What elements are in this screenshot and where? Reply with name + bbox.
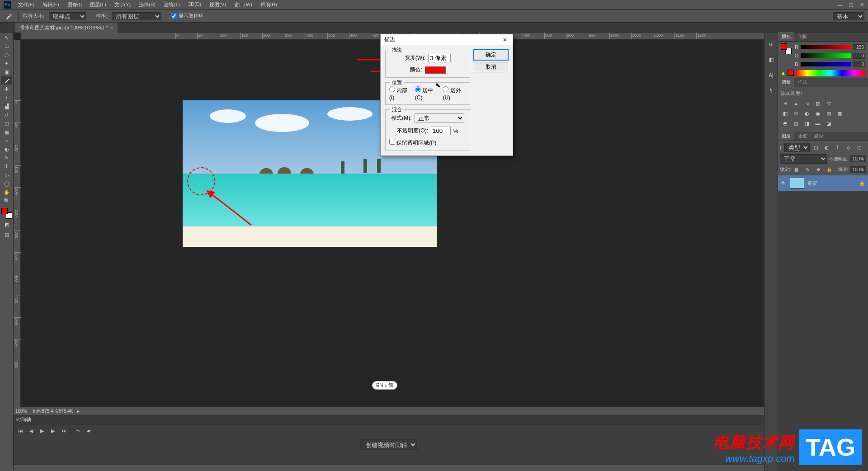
- quickmask-mode[interactable]: ◩: [1, 221, 12, 229]
- menu-3d[interactable]: 3D(D): [185, 0, 204, 9]
- photo-filter-icon[interactable]: ◉: [813, 109, 822, 118]
- filter-smart-icon[interactable]: ◫: [855, 144, 864, 152]
- menu-image[interactable]: 图像(I): [65, 0, 85, 9]
- mode-select[interactable]: 正常: [415, 113, 464, 123]
- balance-icon[interactable]: ⚖: [792, 109, 801, 118]
- tl-prev[interactable]: ◀: [27, 427, 35, 434]
- ok-button[interactable]: 确定: [474, 50, 508, 60]
- brightness-icon[interactable]: ☀: [781, 99, 790, 108]
- eyedropper-tool[interactable]: [1, 76, 12, 85]
- pos-inside[interactable]: 内部(I): [389, 86, 410, 101]
- lock-pos-icon[interactable]: ✥: [814, 165, 823, 174]
- layer-lock-icon[interactable]: 🔒: [859, 180, 865, 186]
- timeline-tab[interactable]: 时间轴: [14, 415, 764, 424]
- tab-swatches[interactable]: 色板: [794, 32, 811, 41]
- visibility-icon[interactable]: 👁: [781, 180, 787, 186]
- filter-adj-icon[interactable]: ◐: [822, 144, 831, 152]
- show-ring-checkbox[interactable]: [171, 13, 177, 19]
- blur-tool[interactable]: ○: [1, 137, 12, 145]
- lookup-icon[interactable]: ▦: [835, 109, 844, 118]
- opacity-value[interactable]: 100%: [850, 155, 866, 162]
- selective-icon[interactable]: ◪: [824, 119, 833, 127]
- hue-icon[interactable]: ◧: [781, 109, 790, 118]
- sample-select[interactable]: 所有图层: [112, 12, 161, 20]
- g-value[interactable]: 0: [853, 53, 865, 59]
- menu-window[interactable]: 窗口(W): [231, 0, 255, 9]
- tl-first[interactable]: ⏮: [16, 427, 24, 434]
- menu-type[interactable]: 文字(Y): [112, 0, 134, 9]
- tab-styles[interactable]: 样式: [794, 78, 811, 87]
- vibrance-icon[interactable]: ▽: [824, 99, 833, 108]
- tl-transition[interactable]: ▰: [85, 427, 93, 434]
- tab-paths[interactable]: 路径: [811, 132, 827, 141]
- tab-color[interactable]: 颜色: [778, 32, 794, 41]
- shape-tool[interactable]: ◯: [1, 179, 12, 188]
- menu-file[interactable]: 文件(F): [15, 0, 37, 9]
- path-select-tool[interactable]: ▷: [1, 171, 12, 179]
- tl-next[interactable]: ▶: [49, 427, 57, 434]
- crop-tool[interactable]: ▣: [1, 68, 12, 76]
- menu-help[interactable]: 帮助(H): [258, 0, 280, 9]
- move-tool[interactable]: ↖: [1, 33, 12, 42]
- menu-edit[interactable]: 编辑(E): [40, 0, 62, 9]
- lock-all-icon[interactable]: 🔒: [825, 165, 834, 174]
- threshold-icon[interactable]: ◨: [802, 119, 811, 127]
- menu-select[interactable]: 选择(S): [136, 0, 158, 9]
- marquee-tool[interactable]: ▭: [1, 42, 12, 50]
- tl-cut[interactable]: ✂: [74, 427, 82, 434]
- pos-center[interactable]: 居中(C): [415, 86, 439, 101]
- show-sampling-ring[interactable]: 显示取样环: [171, 13, 203, 19]
- screenmode[interactable]: ▤: [1, 231, 12, 239]
- minimize-button[interactable]: —: [835, 1, 844, 9]
- dialog-titlebar[interactable]: 描边 ✕: [381, 34, 513, 45]
- blend-mode[interactable]: 正常: [780, 154, 827, 164]
- type-tool[interactable]: T: [1, 162, 12, 170]
- gradient-tool[interactable]: ▦: [1, 128, 12, 136]
- gradient-map-icon[interactable]: ▬: [813, 119, 822, 127]
- workspace-select[interactable]: 基本功能: [833, 12, 864, 20]
- levels-icon[interactable]: ▲: [792, 99, 801, 108]
- healing-tool[interactable]: ✚: [1, 85, 12, 93]
- filter-img-icon[interactable]: ▢: [811, 144, 821, 152]
- history-icon[interactable]: ⟳: [767, 40, 776, 49]
- mixer-icon[interactable]: ▤: [824, 109, 833, 118]
- b-slider[interactable]: [801, 62, 851, 66]
- filter-shape-icon[interactable]: ◇: [844, 144, 853, 152]
- filter-type-icon[interactable]: T: [833, 144, 842, 152]
- opacity-input[interactable]: [431, 127, 451, 135]
- preserve-transparency[interactable]: 保留透明区域(P): [389, 139, 436, 147]
- g-slider[interactable]: [801, 53, 851, 58]
- sample-size-select[interactable]: 取样点: [49, 12, 86, 20]
- menu-layer[interactable]: 图层(L): [87, 0, 108, 9]
- character-icon[interactable]: A|: [767, 71, 776, 80]
- foreground-color-swatch[interactable]: [1, 208, 8, 214]
- doc-tab-close[interactable]: ×: [110, 25, 113, 30]
- tl-play[interactable]: ▶: [38, 427, 46, 434]
- timeline-create[interactable]: 创建视频时间轴: [361, 439, 417, 450]
- properties-icon[interactable]: ◧: [767, 55, 776, 64]
- bw-icon[interactable]: ◐: [802, 109, 811, 118]
- b-value[interactable]: 0: [853, 61, 865, 67]
- dodge-tool[interactable]: ◐: [1, 145, 12, 153]
- color-swatches[interactable]: [1, 208, 12, 219]
- fg-swatch[interactable]: [781, 43, 787, 50]
- document-tab[interactable]: 带水印图片素材.jpg @ 100%(RGB/8#) * ×: [15, 23, 118, 33]
- invert-icon[interactable]: ◓: [781, 119, 790, 127]
- pen-tool[interactable]: ✎: [1, 154, 12, 162]
- curves-icon[interactable]: ∿: [802, 99, 811, 108]
- layer-name[interactable]: 背景: [807, 180, 817, 187]
- r-slider[interactable]: [801, 45, 851, 49]
- cancel-button[interactable]: 取消: [474, 62, 508, 72]
- width-input[interactable]: [428, 54, 451, 62]
- maximize-button[interactable]: ▢: [846, 1, 855, 9]
- layer-row[interactable]: 👁 背景 🔒: [778, 175, 868, 191]
- close-button[interactable]: ✕: [857, 1, 866, 9]
- lasso-tool[interactable]: ◌: [1, 51, 12, 59]
- posterize-icon[interactable]: ▥: [792, 119, 801, 127]
- tab-adjust[interactable]: 调整: [778, 78, 794, 87]
- paragraph-icon[interactable]: ¶: [767, 86, 776, 95]
- tl-last[interactable]: ⏭: [60, 427, 68, 434]
- ime-indicator[interactable]: EN ♪ 简: [372, 381, 397, 390]
- r-value[interactable]: 255: [853, 44, 865, 50]
- zoom-tool[interactable]: 🔍: [1, 197, 12, 205]
